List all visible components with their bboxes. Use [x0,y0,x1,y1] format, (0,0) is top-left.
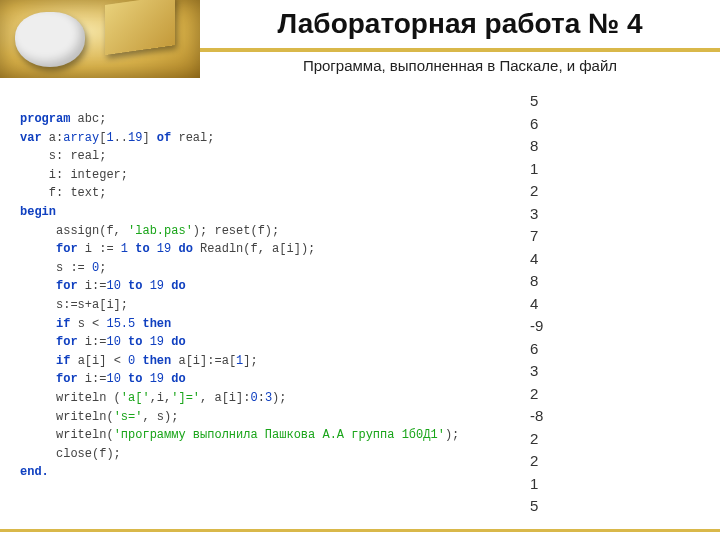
logo-image [0,0,200,78]
code-line: writeln('s=', s); [20,408,510,427]
file-data-value: 4 [510,248,720,271]
file-data-value: 2 [510,180,720,203]
code-line: for i:=10 to 19 do [20,370,510,389]
code-line: for i := 1 to 19 do Readln(f, a[i]); [20,240,510,259]
slide-title: Лабораторная работа № 4 [277,8,642,40]
package-icon [105,0,175,55]
code-line: if a[i] < 0 then a[i]:=a[1]; [20,352,510,371]
file-data-column: 5681237484-9632-82215 [510,90,720,525]
file-data-value: 1 [510,158,720,181]
file-data-value: 6 [510,338,720,361]
code-line: s := 0; [20,259,510,278]
code-line: s:=s+a[i]; [20,296,510,315]
file-data-value: 6 [510,113,720,136]
file-data-value: 2 [510,428,720,451]
code-line: assign(f, 'lab.pas'); reset(f); [20,222,510,241]
footer-accent-line [0,529,720,532]
file-data-value: -8 [510,405,720,428]
slide-subtitle: Программа, выполненная в Паскале, и файл [303,57,617,74]
subtitle-bar: Программа, выполненная в Паскале, и файл [200,52,720,78]
slide-header: Лабораторная работа № 4 Программа, выпол… [0,0,720,78]
file-data-value: 5 [510,90,720,113]
file-data-value: 3 [510,360,720,383]
code-line: begin [20,203,510,222]
code-line: s: real; [20,147,510,166]
file-data-value: 2 [510,383,720,406]
file-data-value: 7 [510,225,720,248]
code-line: i: integer; [20,166,510,185]
pascal-code-block: program abc;var a:array[1..19] of real; … [0,90,510,525]
code-line: end. [20,463,510,482]
code-line: writeln ('a[',i,']=', a[i]:0:3); [20,389,510,408]
file-data-value: 8 [510,270,720,293]
slide-content: program abc;var a:array[1..19] of real; … [0,90,720,525]
file-data-value: 1 [510,473,720,496]
code-line: program abc; [20,110,510,129]
code-line: if s < 15.5 then [20,315,510,334]
file-data-value: 2 [510,450,720,473]
code-line: f: text; [20,184,510,203]
code-line: for i:=10 to 19 do [20,277,510,296]
code-line: close(f); [20,445,510,464]
code-line: for i:=10 to 19 do [20,333,510,352]
mouse-icon [15,12,85,67]
title-bar: Лабораторная работа № 4 [200,0,720,52]
file-data-value: 8 [510,135,720,158]
code-line: var a:array[1..19] of real; [20,129,510,148]
file-data-value: -9 [510,315,720,338]
file-data-value: 5 [510,495,720,518]
code-line: writeln('программу выполнила Пашкова А.А… [20,426,510,445]
file-data-value: 3 [510,203,720,226]
file-data-value: 4 [510,293,720,316]
